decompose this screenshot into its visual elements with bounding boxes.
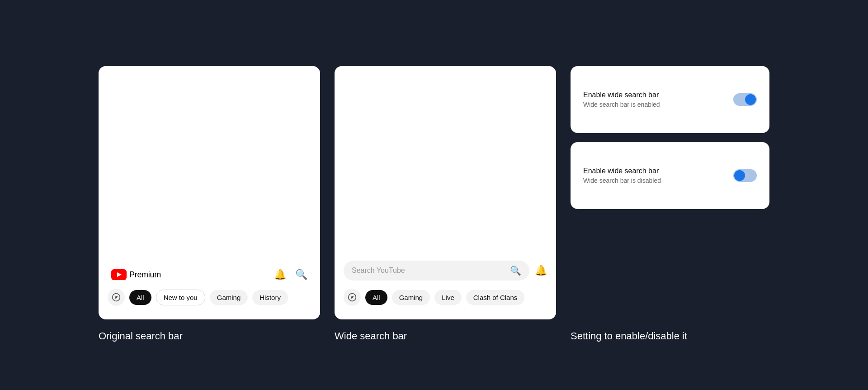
setting-text-enabled: Enable wide search bar Wide search bar i… [583,91,660,108]
explore-chip-left[interactable] [108,289,125,306]
setting-subtitle-disabled: Wide search bar is disabled [583,177,661,184]
original-search-bar-card: Premium 🔔 🔍 All New to you Gaming Histor… [99,66,320,319]
toggle-enabled[interactable] [733,93,757,106]
setting-title-enabled: Enable wide search bar [583,91,660,99]
setting-subtitle-enabled: Wide search bar is enabled [583,101,660,108]
caption-row: Original search bar Wide search bar Sett… [0,319,868,342]
setting-cards-container: Enable wide search bar Wide search bar i… [571,66,769,209]
chip-clash-of-clans[interactable]: Clash of Clans [466,290,525,305]
filter-chips-left: All New to you Gaming History [99,289,320,306]
youtube-icon [111,269,127,280]
bell-icon[interactable]: 🔔 [274,269,286,281]
header-icons-left: 🔔 🔍 [274,269,307,281]
search-icon-middle: 🔍 [510,265,521,276]
toggle-disabled[interactable] [733,169,757,182]
svg-marker-3 [114,295,118,299]
chip-history[interactable]: History [252,290,288,305]
explore-chip-middle[interactable] [344,289,361,306]
search-icon-left[interactable]: 🔍 [295,269,307,281]
chip-gaming-middle[interactable]: Gaming [392,290,430,305]
bell-icon-middle[interactable]: 🔔 [535,265,547,276]
toggle-thumb-disabled [734,170,745,181]
chip-all-middle[interactable]: All [365,290,387,305]
chip-live[interactable]: Live [434,290,462,305]
caption-right: Setting to enable/disable it [571,330,769,342]
wide-search-bar[interactable]: Search YouTube 🔍 [344,261,529,281]
chip-new-to-you[interactable]: New to you [156,290,205,305]
caption-setting: Setting to enable/disable it [571,330,687,342]
setting-title-disabled: Enable wide search bar [583,167,661,175]
wide-top-row: Search YouTube 🔍 🔔 [335,261,556,281]
filter-chips-middle: All Gaming Live Clash of Clans [335,289,556,306]
setting-card-disabled: Enable wide search bar Wide search bar i… [571,142,769,209]
wide-search-bar-card: Search YouTube 🔍 🔔 All Gaming Live Clash… [335,66,556,319]
chip-gaming-left[interactable]: Gaming [210,290,248,305]
compass-icon-middle [348,293,357,302]
main-container: Premium 🔔 🔍 All New to you Gaming Histor… [71,48,797,319]
caption-wide: Wide search bar [335,330,407,342]
caption-middle: Wide search bar [335,330,556,342]
svg-marker-5 [350,295,354,299]
chip-all-left[interactable]: All [129,290,151,305]
yt-logo: Premium [111,269,161,280]
yt-header: Premium 🔔 🔍 [99,269,320,281]
caption-original: Original search bar [99,330,183,342]
caption-left: Original search bar [99,330,320,342]
compass-icon [112,293,121,302]
setting-card-enabled: Enable wide search bar Wide search bar i… [571,66,769,133]
setting-text-disabled: Enable wide search bar Wide search bar i… [583,167,661,184]
search-input-placeholder: Search YouTube [352,266,510,275]
toggle-thumb-enabled [745,94,756,105]
premium-label: Premium [129,270,161,280]
